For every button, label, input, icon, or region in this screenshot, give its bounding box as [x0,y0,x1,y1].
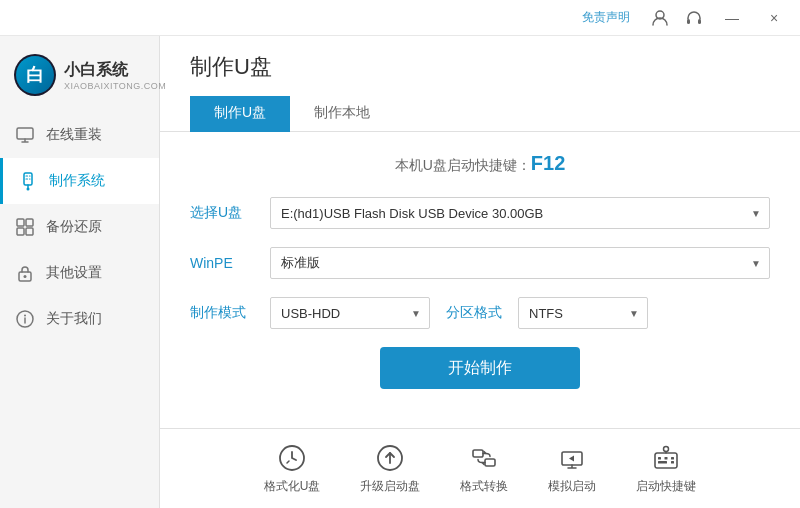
tool-format-usb-label: 格式化U盘 [264,478,321,495]
svg-rect-9 [26,228,33,235]
winpe-control: 标准版 [270,247,770,279]
select-usb-value: E:(hd1)USB Flash Disk USB Device 30.00GB [281,206,543,221]
logo-inner: 白 [16,56,54,94]
content-header: 制作U盘 制作U盘 制作本地 [160,36,800,132]
lock-icon [14,262,36,284]
tabs: 制作U盘 制作本地 [190,96,770,131]
tool-format-usb[interactable]: 格式化U盘 [264,442,321,495]
title-bar-icons: 免责声明 — × [582,4,792,32]
svg-rect-16 [473,450,483,457]
monitor-icon [14,124,36,146]
svg-rect-24 [658,461,667,464]
svg-rect-1 [687,19,690,24]
svg-point-13 [24,315,26,317]
sidebar-item-online-reinstall[interactable]: 在线重装 [0,112,159,158]
svg-rect-19 [655,453,677,468]
svg-rect-6 [17,219,24,226]
select-usb-dropdown[interactable]: E:(hd1)USB Flash Disk USB Device 30.00GB [270,197,770,229]
sidebar-label-other-settings: 其他设置 [46,264,102,282]
logo-sub-text: XIAOBAIXITONG.COM [64,81,166,91]
bottom-toolbar: 格式化U盘 升级启动盘 [160,428,800,508]
make-mode-label: 制作模式 [190,304,270,322]
svg-point-5 [27,188,30,191]
winpe-dropdown[interactable]: 标准版 [270,247,770,279]
tool-boot-shortcut[interactable]: 启动快捷键 [636,442,696,495]
partition-format-label: 分区格式 [446,304,502,322]
select-usb-label: 选择U盘 [190,204,270,222]
tool-simulate-boot[interactable]: 模拟启动 [548,442,596,495]
tool-format-convert[interactable]: 格式转换 [460,442,508,495]
form-row-usb: 选择U盘 E:(hd1)USB Flash Disk USB Device 30… [190,197,770,229]
tool-upgrade-boot-label: 升级启动盘 [360,478,420,495]
shortcut-hint: 本机U盘启动快捷键：F12 [190,152,770,175]
svg-rect-23 [671,457,674,460]
logo-text-area: 小白系统 XIAOBAIXITONG.COM [64,60,166,91]
start-make-button[interactable]: 开始制作 [380,347,580,389]
make-mode-dropdown[interactable]: USB-HDD [270,297,430,329]
logo-area: 白 小白系统 XIAOBAIXITONG.COM [0,46,159,112]
partition-format-value: NTFS [529,306,563,321]
form-row-winpe: WinPE 标准版 [190,247,770,279]
free-declaration-link[interactable]: 免责声明 [582,9,630,26]
page-title: 制作U盘 [190,52,770,82]
user-icon[interactable] [646,4,674,32]
sidebar-item-about-us[interactable]: 关于我们 [0,296,159,342]
close-button[interactable]: × [756,4,792,32]
svg-rect-22 [665,457,668,460]
sidebar-label-make-system: 制作系统 [49,172,105,190]
svg-rect-21 [658,457,661,460]
sidebar-label-about-us: 关于我们 [46,310,102,328]
simulate-boot-icon [556,442,588,474]
tab-make-local[interactable]: 制作本地 [290,96,394,132]
logo-main-text: 小白系统 [64,60,166,81]
select-usb-control: E:(hd1)USB Flash Disk USB Device 30.00GB [270,197,770,229]
tool-simulate-boot-label: 模拟启动 [548,478,596,495]
boot-shortcut-icon [650,442,682,474]
shortcut-hint-text: 本机U盘启动快捷键： [395,157,531,173]
logo-circle: 白 [14,54,56,96]
content-body: 本机U盘启动快捷键：F12 选择U盘 E:(hd1)USB Flash Disk… [160,132,800,428]
winpe-value: 标准版 [281,254,320,272]
sidebar-item-backup-restore[interactable]: 备份还原 [0,204,159,250]
shortcut-key: F12 [531,152,565,174]
minimize-button[interactable]: — [714,4,750,32]
make-mode-value: USB-HDD [281,306,340,321]
partition-format-dropdown[interactable]: NTFS [518,297,648,329]
usb-icon [17,170,39,192]
svg-rect-3 [17,128,33,139]
upgrade-boot-icon [374,442,406,474]
svg-rect-17 [485,459,495,466]
headphone-icon[interactable] [680,4,708,32]
svg-rect-7 [26,219,33,226]
tool-boot-shortcut-label: 启动快捷键 [636,478,696,495]
svg-rect-8 [17,228,24,235]
grid-icon [14,216,36,238]
form-row-mode: 制作模式 USB-HDD 分区格式 NTFS [190,297,770,329]
sidebar-item-make-system[interactable]: 制作系统 [0,158,159,204]
content-area: 制作U盘 制作U盘 制作本地 本机U盘启动快捷键：F12 选择U盘 E:(hd1… [160,36,800,508]
winpe-label: WinPE [190,255,270,271]
tool-format-convert-label: 格式转换 [460,478,508,495]
tab-make-usb[interactable]: 制作U盘 [190,96,290,132]
tool-upgrade-boot[interactable]: 升级启动盘 [360,442,420,495]
format-convert-icon [468,442,500,474]
svg-rect-25 [671,461,674,464]
format-usb-icon [276,442,308,474]
svg-rect-2 [698,19,701,24]
info-icon [14,308,36,330]
sidebar: 白 小白系统 XIAOBAIXITONG.COM 在线重装 [0,36,160,508]
sidebar-label-backup-restore: 备份还原 [46,218,102,236]
sidebar-item-other-settings[interactable]: 其他设置 [0,250,159,296]
main-layout: 白 小白系统 XIAOBAIXITONG.COM 在线重装 [0,36,800,508]
sidebar-label-online-reinstall: 在线重装 [46,126,102,144]
title-bar: 免责声明 — × [0,0,800,36]
svg-point-11 [24,275,27,278]
